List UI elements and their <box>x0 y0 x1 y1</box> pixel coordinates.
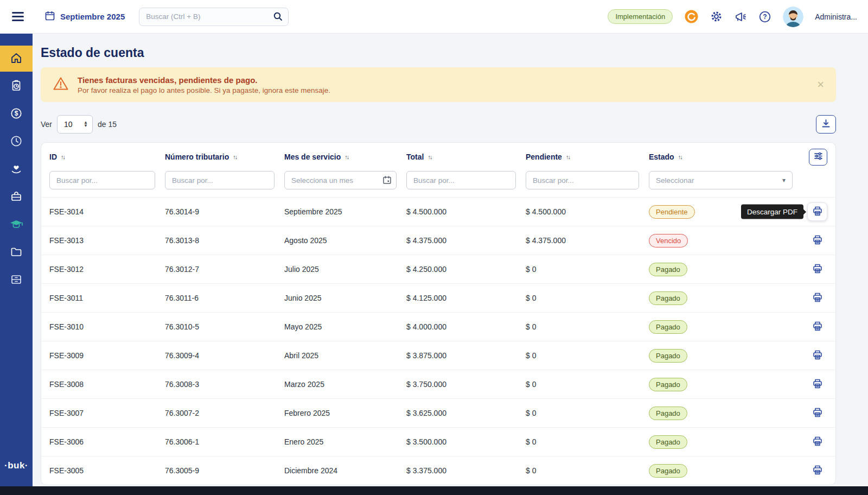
invoice-pdf-icon <box>812 350 823 362</box>
table-row: FSE-3014 76.3014-9 Septiembre 2025 $ 4.5… <box>41 197 835 226</box>
download-pdf-button[interactable] <box>807 433 827 451</box>
status-badge: Pagado <box>649 291 687 305</box>
graduation-cap-icon <box>9 218 23 232</box>
column-header-total[interactable]: Total↑↓ <box>406 153 526 161</box>
cell-id: FSE-3012 <box>49 265 165 274</box>
filter-pendiente-input[interactable] <box>526 171 639 189</box>
table-row: FSE-3006 76.3006-1 Enero 2025 $ 3.500.00… <box>41 427 835 456</box>
cell-pendiente: $ 0 <box>526 437 649 446</box>
table-row: FSE-3007 76.3007-2 Febrero 2025 $ 3.625.… <box>41 398 835 427</box>
table-row: FSE-3009 76.3009-4 Abril 2025 $ 3.875.00… <box>41 341 835 370</box>
sidebar-item-archive[interactable] <box>0 267 33 293</box>
total-count-label: de 15 <box>98 120 117 129</box>
invoice-pdf-icon <box>812 292 823 304</box>
clipboard-clock-icon <box>10 79 23 94</box>
cell-pendiente: $ 4.500.000 <box>526 207 649 216</box>
sliders-icon <box>814 151 823 162</box>
cell-total: $ 3.375.000 <box>406 466 526 475</box>
svg-text:$: $ <box>15 110 18 117</box>
implementation-badge[interactable]: Implementación <box>608 9 673 24</box>
username[interactable]: Administra... <box>815 12 857 21</box>
pagesize-value: 10 <box>64 120 73 129</box>
sidebar-item-documents[interactable] <box>0 239 33 265</box>
close-icon[interactable]: × <box>817 79 824 91</box>
invoice-pdf-icon <box>812 263 823 276</box>
download-pdf-button[interactable] <box>807 231 827 250</box>
cell-mes: Febrero 2025 <box>284 409 406 417</box>
download-report-button[interactable] <box>816 115 836 134</box>
topbar: Septiembre 2025 Implementación <box>0 0 868 34</box>
filter-total-input[interactable] <box>406 171 516 189</box>
table-row: FSE-3010 76.3010-5 Mayo 2025 $ 4.000.000… <box>41 312 835 341</box>
gear-icon[interactable] <box>710 10 723 23</box>
pagesize-label: Ver <box>41 120 52 129</box>
chevron-down-icon: ▾ <box>782 176 786 184</box>
sort-icon: ↑↓ <box>566 154 570 160</box>
pagesize-select[interactable]: 10 ▲▼ <box>57 115 93 134</box>
column-header-id[interactable]: ID↑↓ <box>49 153 165 161</box>
download-pdf-button[interactable] <box>807 318 827 336</box>
period-selector[interactable]: Septiembre 2025 <box>44 10 125 23</box>
invoice-pdf-icon <box>812 234 823 247</box>
cell-numero-tributario: 76.3013-8 <box>165 236 284 245</box>
menu-icon[interactable] <box>12 12 24 21</box>
table-row: FSE-3005 76.3005-9 Diciembre 2024 $ 3.37… <box>41 456 835 485</box>
sort-icon: ↑↓ <box>427 154 431 160</box>
cell-total: $ 3.500.000 <box>406 437 526 446</box>
status-badge: Vencido <box>649 234 688 248</box>
download-pdf-button[interactable] <box>807 289 827 307</box>
cell-numero-tributario: 76.3009-4 <box>165 351 284 360</box>
download-pdf-button[interactable] <box>807 202 827 221</box>
sidebar-item-payments[interactable]: $ <box>0 101 33 127</box>
sidebar-item-home[interactable] <box>0 46 33 72</box>
sort-icon: ↑↓ <box>678 154 682 160</box>
sidebar-item-training[interactable] <box>0 212 33 238</box>
search-input[interactable] <box>139 8 289 26</box>
download-tooltip: Descargar PDF <box>741 205 803 219</box>
column-header-pendiente[interactable]: Pendiente↑↓ <box>526 153 649 161</box>
sidebar-item-tasks[interactable] <box>0 73 33 99</box>
chat-widget-icon[interactable] <box>684 9 699 24</box>
download-pdf-button[interactable] <box>807 375 827 394</box>
download-pdf-button[interactable] <box>807 346 827 365</box>
filter-numero-tributario-input[interactable] <box>165 171 275 189</box>
avatar[interactable] <box>783 7 803 27</box>
table-row: FSE-3012 76.3012-7 Julio 2025 $ 4.250.00… <box>41 255 835 283</box>
cell-numero-tributario: 76.3014-9 <box>165 207 284 216</box>
cell-mes: Agosto 2025 <box>284 236 406 245</box>
clock-icon <box>10 135 23 149</box>
column-header-mes[interactable]: Mes de servicio↑↓ <box>284 153 406 161</box>
help-icon[interactable]: ? <box>758 10 771 23</box>
cell-mes: Diciembre 2024 <box>284 466 406 475</box>
filter-mes-input[interactable] <box>284 171 397 189</box>
download-pdf-button[interactable] <box>807 404 827 422</box>
sidebar-item-benefits[interactable] <box>0 156 33 182</box>
search-icon[interactable] <box>273 11 283 24</box>
cell-mes: Junio 2025 <box>284 294 406 302</box>
alert-body: Por favor realiza el pago lo antes posib… <box>78 86 808 94</box>
period-label: Septiembre 2025 <box>60 12 125 21</box>
svg-text:?: ? <box>763 13 767 21</box>
table-controls: Ver 10 ▲▼ de 15 <box>41 115 836 134</box>
download-pdf-button[interactable] <box>807 461 827 480</box>
status-badge: Pendiente <box>649 205 695 219</box>
table-row: FSE-3011 76.3011-6 Junio 2025 $ 4.125.00… <box>41 283 835 312</box>
cell-total: $ 4.500.000 <box>406 207 526 216</box>
column-header-numero-tributario[interactable]: Número tributario↑↓ <box>165 153 284 161</box>
sidebar-item-history[interactable] <box>0 129 33 155</box>
sort-icon: ↑↓ <box>61 154 65 160</box>
megaphone-icon[interactable] <box>734 10 747 23</box>
column-header-estado[interactable]: Estado↑↓ <box>649 153 797 161</box>
cell-total: $ 4.125.000 <box>406 294 526 302</box>
download-pdf-button[interactable] <box>807 260 827 278</box>
cell-pendiente: $ 0 <box>526 322 649 331</box>
cell-numero-tributario: 76.3005-9 <box>165 466 284 475</box>
sidebar-item-toolbox[interactable] <box>0 184 33 210</box>
filter-id-input[interactable] <box>49 171 155 189</box>
cell-pendiente: $ 0 <box>526 265 649 274</box>
drawer-icon <box>10 273 23 288</box>
filter-estado-select[interactable]: Seleccionar ▾ <box>649 171 793 189</box>
status-badge: Pagado <box>649 320 687 334</box>
window-bottom-edge <box>0 486 868 495</box>
column-settings-button[interactable] <box>809 149 827 166</box>
